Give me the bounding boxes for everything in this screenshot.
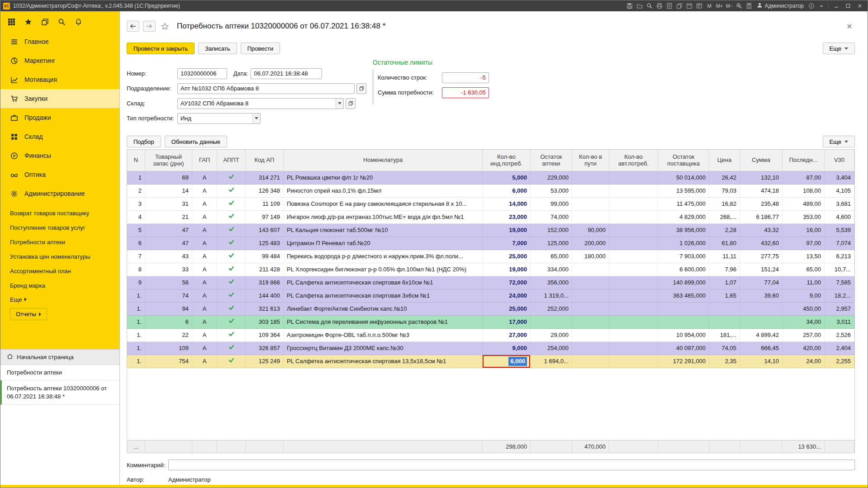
column-header[interactable]: Цена <box>709 150 740 171</box>
table-cell[interactable]: 6 600,000 <box>658 263 709 276</box>
search-icon[interactable] <box>645 1 655 10</box>
table-cell[interactable]: 2,957 <box>825 303 854 316</box>
table-cell[interactable]: 2,255 <box>825 355 854 368</box>
column-header[interactable]: Товарный запас (дни) <box>145 150 192 171</box>
notifications-bell-icon[interactable] <box>75 18 82 26</box>
tab-needs-list[interactable]: Потребности аптеки <box>0 365 119 380</box>
table-cell[interactable]: 314 271 <box>246 171 284 185</box>
table-cell[interactable]: 7,074 <box>825 237 854 250</box>
table-cell[interactable]: 40 097,000 <box>658 342 709 355</box>
table-cell[interactable]: 172 291,000 <box>658 355 709 368</box>
table-cell[interactable]: PL Система для переливания инфузионных р… <box>284 316 483 329</box>
table-cell[interactable]: 10,7... <box>825 263 854 276</box>
table-cell[interactable] <box>609 289 658 303</box>
need-type-dropdown-icon[interactable] <box>252 114 260 123</box>
sidebar-item-склад[interactable]: Склад <box>0 127 119 146</box>
column-header[interactable]: Остаток поставщика <box>658 150 709 171</box>
table-cell[interactable]: 1. <box>127 329 145 342</box>
table-cell[interactable]: Азитромицин Форте-OBL таб.п.п.о.500мг №3 <box>284 329 483 342</box>
table-cell[interactable]: 126 348 <box>246 185 284 198</box>
post-button[interactable]: Провести <box>241 43 280 54</box>
table-cell[interactable]: 109 364 <box>246 329 284 342</box>
table-cell[interactable]: А <box>192 250 217 263</box>
table-cell[interactable] <box>609 237 658 250</box>
table-cell[interactable]: 1. <box>127 355 145 368</box>
table-cell[interactable]: 3,011 <box>825 316 854 329</box>
table-cell[interactable]: Гроссхертц Витамин Д3 2000МЕ капс.№30 <box>284 342 483 355</box>
table-cell[interactable]: 7,585 <box>825 276 854 289</box>
warehouse-field[interactable] <box>177 98 344 109</box>
sidebar-item-продажи[interactable]: Продажи <box>0 108 119 127</box>
table-cell[interactable]: 7,96 <box>709 263 740 276</box>
table-cell[interactable]: 53,000 <box>531 185 572 198</box>
open-icon[interactable] <box>635 1 645 10</box>
close-button[interactable] <box>854 1 866 10</box>
table-row[interactable]: 421А97 149Ингарон лиоф.д/р-ра интраназ.1… <box>127 211 854 224</box>
table-cell[interactable]: 319 866 <box>246 276 284 289</box>
column-header[interactable]: Сумма <box>740 150 783 171</box>
table-cell[interactable]: 22 <box>145 329 192 342</box>
table-icon[interactable] <box>694 1 704 10</box>
table-cell[interactable]: PL Салфетка антисептическая спиртовая 6х… <box>284 276 483 289</box>
open-warehouse-icon[interactable] <box>346 98 356 109</box>
table-cell[interactable] <box>217 342 246 355</box>
rows-count-field[interactable] <box>442 72 489 83</box>
table-cell[interactable]: А <box>192 289 217 303</box>
column-header[interactable]: Кол-во авт.потреб. <box>609 150 658 171</box>
apps-grid-icon[interactable] <box>8 18 15 26</box>
table-cell[interactable]: 99,000 <box>531 198 572 211</box>
table-cell[interactable]: 200,000 <box>572 237 609 250</box>
tab-home[interactable]: Начальная страница <box>0 350 119 365</box>
table-cell[interactable]: 3,404 <box>825 171 854 185</box>
table-cell[interactable]: 666,45 <box>740 342 783 355</box>
table-cell[interactable]: А <box>192 342 217 355</box>
sidebar-link[interactable]: Поступление товаров услуг <box>0 220 119 235</box>
table-cell[interactable]: 151,24 <box>740 263 783 276</box>
save-button[interactable]: Записать <box>198 43 237 54</box>
table-cell[interactable]: Ингарон лиоф.д/р-ра интраназ.100тыс.МЕ+ … <box>284 211 483 224</box>
table-cell[interactable]: 99 484 <box>246 250 284 263</box>
table-cell[interactable]: А <box>192 329 217 342</box>
table-cell[interactable]: 11,00 <box>783 276 825 289</box>
table-cell[interactable]: 39,60 <box>740 289 783 303</box>
preview-icon[interactable] <box>664 1 674 10</box>
chevron-down-icon[interactable] <box>816 1 826 10</box>
table-cell[interactable]: 229,000 <box>531 171 572 185</box>
open-department-icon[interactable] <box>356 83 366 94</box>
table-cell[interactable]: 5,539 <box>825 224 854 237</box>
table-cell[interactable]: 334,000 <box>531 263 572 276</box>
department-field[interactable] <box>177 83 355 94</box>
table-cell[interactable] <box>217 171 246 185</box>
table-cell[interactable] <box>740 316 783 329</box>
m-minus-button[interactable]: M− <box>724 1 734 10</box>
sidebar-link[interactable]: Установка цен номенклатуры <box>0 249 119 264</box>
sidebar-item-администрирование[interactable]: Администрирование <box>0 184 119 203</box>
table-cell[interactable]: А <box>192 224 217 237</box>
table-cell[interactable]: 180,000 <box>572 250 609 263</box>
table-cell[interactable] <box>609 224 658 237</box>
reports-button[interactable]: Отчеты <box>10 308 47 320</box>
table-cell[interactable] <box>572 198 609 211</box>
table-cell[interactable]: 2,404 <box>825 342 854 355</box>
table-cell[interactable]: 8 <box>127 263 145 276</box>
table-cell[interactable]: 754 <box>145 355 192 368</box>
table-cell[interactable]: 43,32 <box>740 224 783 237</box>
table-row[interactable]: 1.94А321 613Линебакт Форте/Актив Синбиот… <box>127 303 854 316</box>
table-cell[interactable]: 61,80 <box>709 237 740 250</box>
table-cell[interactable] <box>609 329 658 342</box>
table-cell[interactable] <box>572 329 609 342</box>
sidebar-item-финансы[interactable]: PФинансы <box>0 146 119 165</box>
table-cell[interactable]: 25,000 <box>483 250 531 263</box>
table-cell[interactable]: 109 <box>145 342 192 355</box>
print-icon[interactable] <box>655 1 664 10</box>
tab-current-document[interactable]: Потребность аптеки 10320000006 от 06.07.… <box>0 380 119 405</box>
table-cell[interactable] <box>572 342 609 355</box>
table-cell[interactable] <box>217 329 246 342</box>
table-cell[interactable]: 152,000 <box>531 224 572 237</box>
table-cell[interactable] <box>740 303 783 316</box>
table-cell[interactable]: 17,000 <box>483 316 531 329</box>
table-cell[interactable]: 363 465,000 <box>658 289 709 303</box>
save-icon[interactable] <box>625 1 635 10</box>
table-cell[interactable] <box>217 237 246 250</box>
table-cell[interactable] <box>217 185 246 198</box>
